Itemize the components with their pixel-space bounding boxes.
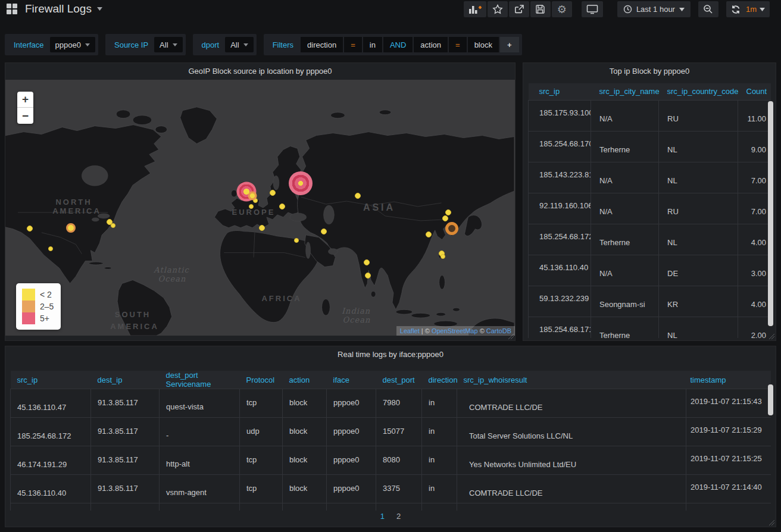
page-button-2[interactable]: 2 [396, 512, 401, 521]
star-button[interactable] [488, 1, 508, 17]
filter-operator[interactable]: = [344, 37, 362, 52]
worldmap[interactable]: NORTHAMERICAEUROPEASIAAFRICASOUTHAMERICA… [5, 80, 515, 336]
filters-label: Filters [267, 40, 299, 49]
column-header-src-ip[interactable]: src_ip [529, 83, 591, 100]
map-marker-dot-sm[interactable] [249, 204, 254, 209]
column-header-dest-ip[interactable]: dest_ip [91, 371, 160, 389]
column-header-action[interactable]: action [283, 371, 327, 389]
table-cell: 185.254.68.172 [529, 224, 591, 255]
column-header-src-ip[interactable]: src_ip [11, 371, 91, 389]
gear-icon: ⚙ [557, 4, 567, 15]
table-row: 46.174.191.2991.3.85.117http-alttcpblock… [11, 446, 771, 475]
table-cell: commtact-http [160, 503, 240, 511]
dashboard-title[interactable]: Firewall Logs [25, 2, 92, 15]
top-ip-table: src_ip src_ip_city_name src_ip_country_c… [528, 83, 771, 338]
save-button[interactable] [530, 1, 551, 17]
column-header-count[interactable]: Count [738, 83, 771, 100]
time-range-picker[interactable]: Last 1 hour [617, 1, 691, 17]
filter-key-direction[interactable]: direction [301, 37, 343, 52]
map-marker-ring-dot[interactable] [66, 223, 76, 233]
panel-title[interactable]: Top ip Block by pppoe0 [523, 63, 776, 80]
column-header-iface[interactable]: iface [327, 371, 376, 389]
table-cell: RU [659, 100, 738, 131]
geoip-map-panel: GeoIP Block source ip location by pppoe0 [5, 62, 516, 341]
map-zoom-out-button[interactable]: − [17, 108, 33, 124]
column-header-direction[interactable]: direction [422, 371, 457, 389]
settings-button[interactable]: ⚙ [552, 1, 572, 17]
map-marker-dot[interactable] [442, 215, 448, 221]
filter-key-action[interactable]: action [414, 37, 448, 52]
legend-label: 5+ [40, 314, 49, 323]
table-cell: - [160, 418, 240, 446]
map-marker-dot-sm[interactable] [441, 254, 445, 259]
column-header-country[interactable]: src_ip_country_code [659, 83, 738, 100]
map-marker-dot-sm[interactable] [111, 223, 115, 228]
filter-value-in[interactable]: in [363, 37, 382, 52]
map-marker-dot[interactable] [259, 225, 265, 231]
openstreetmap-link[interactable]: OpenStreetMap [432, 327, 478, 334]
dport-dropdown[interactable]: All [225, 37, 253, 52]
column-header-whois[interactable]: src_ip_whoisresult [457, 371, 686, 389]
filter-conjunction[interactable]: AND [383, 37, 413, 52]
leaflet-link[interactable]: Leaflet [400, 327, 420, 334]
add-panel-button[interactable] [464, 1, 486, 17]
table-cell: 46.174.191.29 [11, 446, 91, 475]
panel-title[interactable]: Real time logs by iface:pppoe0 [5, 346, 776, 363]
interface-dropdown[interactable]: pppoe0 [50, 37, 95, 52]
table-cell: Yes Networks Unlimited Ltd/EU [457, 446, 686, 475]
zoom-out-button[interactable] [698, 1, 718, 17]
filter-value-block[interactable]: block [468, 37, 499, 52]
scrollbar-thumb[interactable] [768, 384, 773, 415]
map-marker-orange-dot[interactable] [248, 192, 257, 201]
dashboard-grid-icon[interactable] [6, 3, 18, 15]
map-marker-dot[interactable] [364, 259, 370, 265]
map-marker-dot[interactable] [321, 229, 327, 234]
map-marker-dot[interactable] [27, 226, 33, 231]
cartodb-link[interactable]: CartoDB [486, 327, 511, 334]
table-cell: RU [659, 193, 738, 224]
legend-swatch [22, 312, 35, 324]
table-row: 185.143.223.81N/ANL7.00 [529, 162, 771, 193]
refresh-interval-label[interactable]: 1m [746, 5, 757, 14]
column-header-timestamp[interactable]: timestamp [686, 371, 771, 389]
map-marker-dot[interactable] [445, 209, 451, 215]
add-filter-button[interactable]: + [500, 37, 519, 52]
map-marker-dot-sm[interactable] [48, 246, 53, 251]
panel-resize-handle[interactable] [769, 520, 774, 525]
map-marker-dot[interactable] [365, 273, 371, 278]
map-marker-dot[interactable] [279, 204, 285, 209]
map-marker-dot[interactable] [355, 193, 361, 199]
variable-label: dport [196, 40, 226, 49]
column-header-servicename[interactable]: dest_port Servicename [160, 371, 240, 389]
table-row: 45.136.110.40N/ADE3.00 [529, 255, 771, 286]
table-cell: quest-vista [160, 389, 240, 418]
map-marker-dot[interactable] [270, 190, 276, 196]
table-header-row: src_ip src_ip_city_name src_ip_country_c… [529, 83, 771, 100]
column-header-protocol[interactable]: Protocol [240, 371, 283, 389]
table-row: 59.13.232.239Seongnam-siKR4.00 [529, 286, 771, 317]
table-cell: 91.3.85.117 [91, 418, 160, 446]
panel-resize-handle[interactable] [769, 334, 774, 339]
column-header-city[interactable]: src_ip_city_name [591, 83, 659, 100]
table-cell: 45.136.110.40 [11, 475, 91, 503]
chevron-down-icon [97, 7, 102, 11]
share-button[interactable] [509, 1, 529, 17]
filter-operator[interactable]: = [449, 37, 467, 52]
legend-swatch [22, 289, 35, 301]
table-cell: Terherne [591, 317, 659, 338]
scrollbar-thumb[interactable] [768, 101, 773, 326]
map-marker-big-red-lg[interactable] [289, 171, 313, 195]
map-zoom-in-button[interactable]: + [17, 92, 33, 108]
table-row: 185.175.93.100N/ARU11.00 [529, 100, 771, 131]
source-ip-dropdown[interactable]: All [154, 37, 182, 52]
page-button-1[interactable]: 1 [380, 512, 385, 521]
table-viewport: src_ip dest_ip dest_port Servicename Pro… [10, 371, 771, 511]
column-header-dest-port[interactable]: dest_port [376, 371, 422, 389]
panel-title[interactable]: GeoIP Block source ip location by pppoe0 [5, 63, 515, 80]
table-cell: tcp [240, 503, 283, 511]
map-marker-orange-ring[interactable] [445, 222, 458, 235]
map-marker-dot-sm[interactable] [294, 238, 299, 243]
tv-cycle-button[interactable] [582, 1, 603, 17]
map-marker-dot[interactable] [426, 231, 432, 237]
refresh-button[interactable]: 1m [726, 1, 770, 17]
